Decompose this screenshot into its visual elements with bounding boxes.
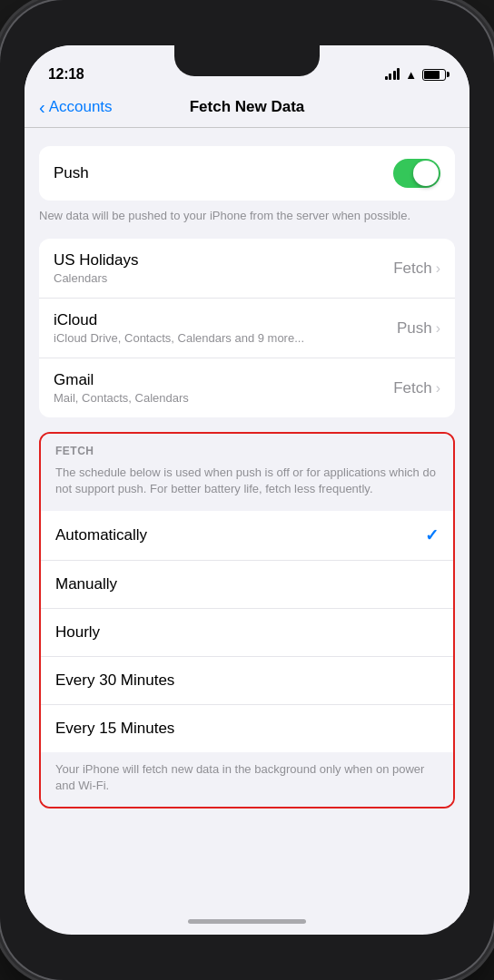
account-row[interactable]: Gmail Mail, Contacts, Calendars Fetch › [39, 358, 455, 417]
status-time: 12:18 [48, 66, 84, 83]
account-name-icloud: iCloud [54, 311, 304, 329]
fetch-header: FETCH [41, 434, 453, 457]
toggle-knob [413, 161, 439, 186]
status-icons: ▲ [385, 68, 446, 82]
accounts-section: US Holidays Calendars Fetch › iCloud iCl… [39, 239, 455, 417]
nav-header: ‹ Accounts Fetch New Data [25, 91, 469, 128]
push-toggle[interactable] [393, 159, 440, 188]
chevron-right-icon: › [436, 320, 440, 337]
fetch-description: The schedule below is used when push is … [41, 457, 453, 510]
account-name-gmail: Gmail [54, 371, 189, 389]
page-title: Fetch New Data [143, 98, 351, 116]
fetch-option-label-every-15: Every 15 Minutes [55, 720, 174, 738]
account-subtitle-gmail: Mail, Contacts, Calendars [54, 391, 189, 405]
account-row[interactable]: US Holidays Calendars Fetch › [39, 239, 455, 299]
home-indicator[interactable] [188, 919, 306, 924]
account-name-us-holidays: US Holidays [54, 251, 139, 270]
fetch-option-manually[interactable]: Manually [41, 561, 453, 609]
account-subtitle-icloud: iCloud Drive, Contacts, Calendars and 9 … [54, 331, 304, 345]
push-label: Push [54, 164, 89, 182]
account-action-icloud: Push [397, 319, 432, 338]
battery-icon [422, 69, 446, 81]
fetch-option-hourly[interactable]: Hourly [41, 609, 453, 657]
fetch-option-every-30[interactable]: Every 30 Minutes [41, 657, 453, 705]
fetch-section: FETCH The schedule below is used when pu… [39, 432, 455, 808]
phone-device: 12:18 ▲ ‹ Accounts Fetch New Data [0, 0, 494, 980]
account-subtitle-us-holidays: Calendars [54, 271, 139, 285]
fetch-options: Automatically ✓ Manually Hourly Every 30… [41, 511, 453, 752]
account-action-us-holidays: Fetch [393, 260, 432, 278]
fetch-option-label-manually: Manually [55, 575, 117, 593]
fetch-footer-text: Your iPhone will fetch new data in the b… [55, 761, 439, 794]
chevron-right-icon: › [436, 260, 440, 277]
chevron-left-icon: ‹ [39, 98, 45, 116]
fetch-footer: Your iPhone will fetch new data in the b… [41, 752, 453, 807]
push-row: Push [54, 146, 440, 201]
fetch-header-label: FETCH [55, 445, 439, 457]
signal-icon [385, 69, 400, 80]
chevron-right-icon: › [436, 380, 440, 397]
account-row[interactable]: iCloud iCloud Drive, Contacts, Calendars… [39, 299, 455, 358]
fetch-option-label-hourly: Hourly [55, 623, 100, 642]
wifi-icon: ▲ [405, 68, 417, 82]
back-button[interactable]: ‹ Accounts [39, 98, 143, 116]
back-label: Accounts [49, 98, 113, 116]
checkmark-icon: ✓ [425, 525, 439, 545]
account-action-gmail: Fetch [393, 379, 432, 397]
fetch-option-automatically[interactable]: Automatically ✓ [41, 511, 453, 561]
fetch-option-every-15[interactable]: Every 15 Minutes [41, 705, 453, 752]
push-section: Push [39, 146, 455, 201]
phone-screen: 12:18 ▲ ‹ Accounts Fetch New Data [25, 45, 469, 935]
fetch-option-label-automatically: Automatically [55, 526, 147, 544]
notch [174, 45, 320, 76]
fetch-option-label-every-30: Every 30 Minutes [55, 671, 174, 690]
content-area: Push New data will be pushed to your iPh… [25, 128, 469, 913]
push-description: New data will be pushed to your iPhone f… [39, 208, 455, 224]
